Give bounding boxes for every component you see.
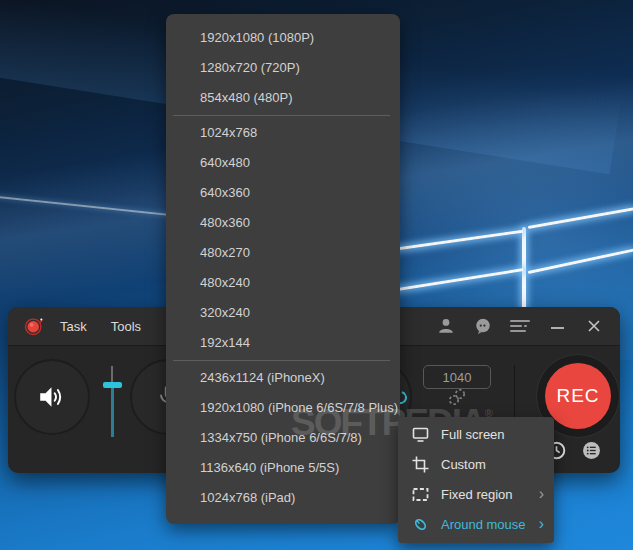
region-menu-label: Around mouse [441, 517, 526, 532]
resolution-option[interactable]: 1920x1080 (1080P) [166, 23, 400, 53]
region-menu-item-custom[interactable]: Custom [398, 449, 554, 479]
minimize-button[interactable] [547, 316, 567, 336]
region-icon [412, 486, 429, 503]
menubar: Task Tools [60, 319, 141, 334]
app-logo-icon [24, 316, 44, 336]
window-logo-edge [528, 249, 633, 274]
resolution-option[interactable]: 640x360 [166, 178, 400, 208]
region-menu-item-full-screen[interactable]: Full screen [398, 419, 554, 449]
volume-slider-fill[interactable] [111, 388, 114, 437]
resolution-dropdown: 1920x1080 (1080P)1280x720 (720P)854x480 … [166, 14, 400, 524]
menu-separator [173, 360, 390, 361]
speaker-button[interactable] [14, 359, 90, 435]
screenshot-root: Task Tools [0, 0, 633, 550]
feedback-icon[interactable] [473, 316, 493, 336]
region-submenu: Full screenCustomFixed region›Around mou… [398, 417, 554, 543]
crop-icon [412, 456, 429, 473]
resolution-option[interactable]: 480x270 [166, 238, 400, 268]
resolution-option[interactable]: 854x480 (480P) [166, 83, 400, 113]
close-button[interactable] [584, 316, 604, 336]
resolution-option[interactable]: 480x240 [166, 268, 400, 298]
resolution-option[interactable]: 1280x720 (720P) [166, 53, 400, 83]
chevron-right-icon: › [539, 516, 544, 532]
region-menu-item-fixed-region[interactable]: Fixed region› [398, 479, 554, 509]
menu-separator [173, 115, 390, 116]
resolution-option[interactable]: 320x240 [166, 298, 400, 328]
resolution-option[interactable]: 1334x750 (iPhone 6/6S/7/8) [166, 423, 400, 453]
window-logo-edge [385, 268, 524, 293]
region-menu-item-around-mouse[interactable]: Around mouse› [398, 509, 554, 539]
menu-task[interactable]: Task [60, 319, 87, 334]
task-list-icon[interactable] [582, 441, 601, 464]
resolution-option[interactable]: 1024x768 [166, 118, 400, 148]
resolution-option[interactable]: 1920x1080 (iPhone 6/6S/7/8 Plus) [166, 393, 400, 423]
aspect-link-icon[interactable] [446, 386, 468, 412]
window-logo-edge [528, 207, 633, 229]
region-menu-label: Full screen [441, 427, 505, 442]
resolution-option[interactable]: 2436x1124 (iPhoneX) [166, 363, 400, 393]
mouse-icon [412, 516, 429, 533]
region-menu-label: Fixed region [441, 487, 513, 502]
volume-slider-track[interactable] [111, 366, 113, 382]
window-logo-edge [393, 230, 523, 251]
menu-tools[interactable]: Tools [111, 319, 141, 334]
speaker-icon [37, 383, 67, 411]
resolution-option[interactable]: 480x360 [166, 208, 400, 238]
resolution-option[interactable]: 1136x640 (iPhone 5/5S) [166, 453, 400, 483]
light-streak [0, 196, 174, 217]
rec-button[interactable]: REC [545, 363, 611, 429]
resolution-option[interactable]: 640x480 [166, 148, 400, 178]
window-logo-edge [522, 227, 526, 309]
resolution-option[interactable]: 1024x768 (iPad) [166, 483, 400, 513]
chevron-right-icon: › [539, 486, 544, 502]
menu-icon[interactable] [510, 316, 530, 336]
user-icon[interactable] [436, 316, 456, 336]
region-menu-label: Custom [441, 457, 486, 472]
monitor-icon [412, 426, 429, 443]
resolution-option[interactable]: 192x144 [166, 328, 400, 358]
